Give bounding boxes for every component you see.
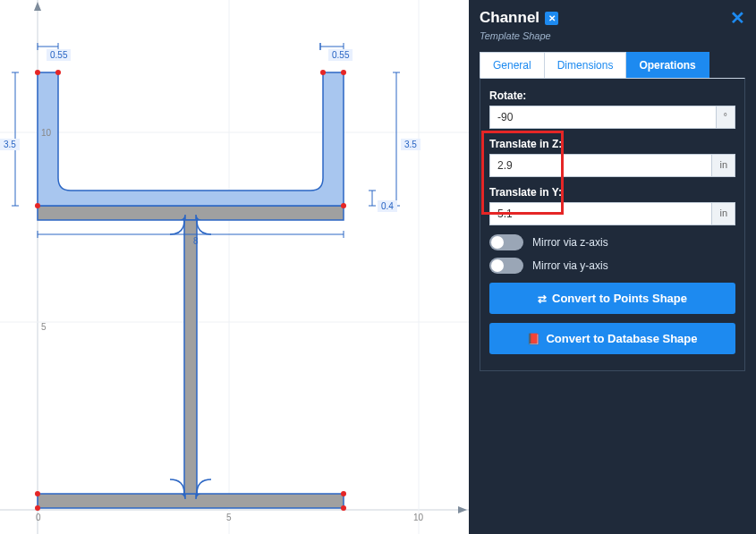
axis-label: 0 — [36, 513, 41, 522]
dim-label: 3.5 — [0, 139, 20, 150]
dim-label: 0.4 — [378, 200, 397, 212]
section-canvas: 0.55 0.55 3.5 3.5 0.4 8 10 5 0 5 10 — [0, 0, 469, 534]
dim-label: 0.55 — [47, 49, 71, 61]
svg-point-11 — [320, 70, 326, 75]
dim-label: 8 — [190, 235, 202, 247]
dim-label: 3.5 — [401, 139, 420, 150]
svg-marker-6 — [34, 2, 41, 11]
svg-point-17 — [35, 505, 40, 511]
tab-operations[interactable]: Operations — [626, 52, 709, 78]
convert-to-points-button[interactable]: ⇄ Convert to Points Shape — [489, 283, 735, 314]
swap-icon: ⇄ — [538, 292, 547, 305]
svg-rect-8 — [184, 220, 197, 494]
rotate-unit: ° — [717, 106, 735, 129]
tab-general[interactable]: General — [480, 52, 545, 78]
translate-y-input[interactable] — [489, 202, 712, 225]
convert-to-database-button[interactable]: 📕 Convert to Database Shape — [489, 323, 735, 354]
translate-z-input[interactable] — [489, 154, 712, 177]
dim-label: 0.55 — [328, 49, 353, 61]
tab-body-operations: Rotate: ° Translate in Z: in Translate i… — [480, 78, 745, 371]
svg-point-15 — [35, 491, 40, 496]
svg-marker-7 — [458, 506, 467, 513]
mirror-y-label: Mirror via y-axis — [532, 259, 608, 272]
svg-point-14 — [341, 203, 346, 208]
svg-point-9 — [35, 70, 40, 75]
tab-dimensions[interactable]: Dimensions — [545, 52, 627, 78]
translate-z-unit: in — [712, 154, 735, 177]
translate-y-unit: in — [712, 202, 735, 225]
delete-icon[interactable]: ✕ — [545, 12, 558, 25]
book-icon: 📕 — [527, 333, 540, 345]
properties-panel: Channel ✕ ✕ Template Shape General Dimen… — [469, 0, 756, 534]
translate-z-label: Translate in Z: — [489, 138, 735, 150]
tab-bar: General Dimensions Operations — [480, 52, 745, 78]
mirror-z-toggle[interactable] — [489, 234, 523, 250]
panel-title: Channel ✕ — [480, 9, 558, 27]
translate-y-label: Translate in Y: — [489, 186, 735, 199]
svg-point-18 — [341, 505, 346, 511]
svg-point-16 — [341, 491, 346, 496]
axis-label: 5 — [226, 513, 232, 522]
mirror-z-label: Mirror via z-axis — [532, 236, 608, 249]
svg-point-13 — [35, 203, 40, 208]
rotate-input[interactable] — [489, 106, 717, 129]
channel-shape — [38, 72, 344, 206]
axis-label: 5 — [41, 322, 47, 332]
axis-label: 10 — [41, 128, 51, 138]
mirror-y-toggle[interactable] — [489, 258, 523, 274]
svg-point-12 — [341, 70, 346, 75]
axis-label: 10 — [413, 513, 423, 522]
close-icon[interactable]: ✕ — [730, 7, 745, 29]
panel-subtitle: Template Shape — [480, 30, 745, 41]
rotate-label: Rotate: — [489, 89, 735, 102]
svg-point-10 — [55, 70, 61, 75]
